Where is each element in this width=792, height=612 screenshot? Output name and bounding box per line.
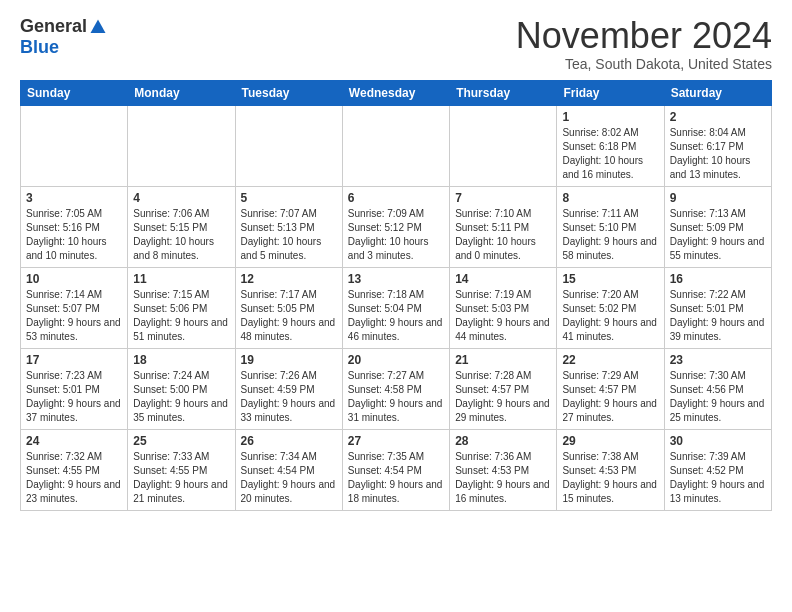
- day-info: Sunrise: 7:14 AM Sunset: 5:07 PM Dayligh…: [26, 288, 122, 344]
- location: Tea, South Dakota, United States: [516, 56, 772, 72]
- calendar-cell: 25Sunrise: 7:33 AM Sunset: 4:55 PM Dayli…: [128, 429, 235, 510]
- calendar-week-row: 10Sunrise: 7:14 AM Sunset: 5:07 PM Dayli…: [21, 267, 772, 348]
- calendar-cell: 17Sunrise: 7:23 AM Sunset: 5:01 PM Dayli…: [21, 348, 128, 429]
- calendar-cell: 4Sunrise: 7:06 AM Sunset: 5:15 PM Daylig…: [128, 186, 235, 267]
- day-number: 8: [562, 191, 658, 205]
- calendar-cell: 18Sunrise: 7:24 AM Sunset: 5:00 PM Dayli…: [128, 348, 235, 429]
- calendar-cell: [128, 105, 235, 186]
- day-info: Sunrise: 7:38 AM Sunset: 4:53 PM Dayligh…: [562, 450, 658, 506]
- calendar-cell: 9Sunrise: 7:13 AM Sunset: 5:09 PM Daylig…: [664, 186, 771, 267]
- day-info: Sunrise: 7:39 AM Sunset: 4:52 PM Dayligh…: [670, 450, 766, 506]
- day-info: Sunrise: 7:17 AM Sunset: 5:05 PM Dayligh…: [241, 288, 337, 344]
- calendar-cell: 30Sunrise: 7:39 AM Sunset: 4:52 PM Dayli…: [664, 429, 771, 510]
- calendar-cell: [21, 105, 128, 186]
- day-number: 4: [133, 191, 229, 205]
- day-number: 13: [348, 272, 444, 286]
- day-info: Sunrise: 7:07 AM Sunset: 5:13 PM Dayligh…: [241, 207, 337, 263]
- calendar-cell: 15Sunrise: 7:20 AM Sunset: 5:02 PM Dayli…: [557, 267, 664, 348]
- day-info: Sunrise: 7:22 AM Sunset: 5:01 PM Dayligh…: [670, 288, 766, 344]
- day-info: Sunrise: 7:27 AM Sunset: 4:58 PM Dayligh…: [348, 369, 444, 425]
- calendar-week-row: 24Sunrise: 7:32 AM Sunset: 4:55 PM Dayli…: [21, 429, 772, 510]
- logo: General Blue: [20, 16, 107, 58]
- day-info: Sunrise: 7:18 AM Sunset: 5:04 PM Dayligh…: [348, 288, 444, 344]
- day-info: Sunrise: 7:29 AM Sunset: 4:57 PM Dayligh…: [562, 369, 658, 425]
- calendar-cell: 14Sunrise: 7:19 AM Sunset: 5:03 PM Dayli…: [450, 267, 557, 348]
- calendar-cell: 10Sunrise: 7:14 AM Sunset: 5:07 PM Dayli…: [21, 267, 128, 348]
- day-info: Sunrise: 7:35 AM Sunset: 4:54 PM Dayligh…: [348, 450, 444, 506]
- month-title: November 2024: [516, 16, 772, 56]
- calendar-cell: [235, 105, 342, 186]
- day-info: Sunrise: 7:24 AM Sunset: 5:00 PM Dayligh…: [133, 369, 229, 425]
- day-number: 6: [348, 191, 444, 205]
- day-number: 20: [348, 353, 444, 367]
- calendar-weekday-thursday: Thursday: [450, 80, 557, 105]
- day-number: 30: [670, 434, 766, 448]
- day-number: 28: [455, 434, 551, 448]
- calendar-cell: 19Sunrise: 7:26 AM Sunset: 4:59 PM Dayli…: [235, 348, 342, 429]
- calendar-cell: 5Sunrise: 7:07 AM Sunset: 5:13 PM Daylig…: [235, 186, 342, 267]
- logo-general-text: General: [20, 16, 87, 37]
- day-number: 15: [562, 272, 658, 286]
- logo-icon: [89, 18, 107, 36]
- day-info: Sunrise: 7:28 AM Sunset: 4:57 PM Dayligh…: [455, 369, 551, 425]
- day-number: 21: [455, 353, 551, 367]
- day-number: 27: [348, 434, 444, 448]
- calendar-cell: 2Sunrise: 8:04 AM Sunset: 6:17 PM Daylig…: [664, 105, 771, 186]
- calendar-week-row: 1Sunrise: 8:02 AM Sunset: 6:18 PM Daylig…: [21, 105, 772, 186]
- day-info: Sunrise: 7:23 AM Sunset: 5:01 PM Dayligh…: [26, 369, 122, 425]
- day-number: 7: [455, 191, 551, 205]
- calendar-cell: 20Sunrise: 7:27 AM Sunset: 4:58 PM Dayli…: [342, 348, 449, 429]
- day-info: Sunrise: 7:11 AM Sunset: 5:10 PM Dayligh…: [562, 207, 658, 263]
- calendar-cell: 29Sunrise: 7:38 AM Sunset: 4:53 PM Dayli…: [557, 429, 664, 510]
- day-number: 12: [241, 272, 337, 286]
- day-info: Sunrise: 7:09 AM Sunset: 5:12 PM Dayligh…: [348, 207, 444, 263]
- day-number: 25: [133, 434, 229, 448]
- calendar-cell: 7Sunrise: 7:10 AM Sunset: 5:11 PM Daylig…: [450, 186, 557, 267]
- calendar-weekday-friday: Friday: [557, 80, 664, 105]
- day-number: 2: [670, 110, 766, 124]
- calendar-cell: 28Sunrise: 7:36 AM Sunset: 4:53 PM Dayli…: [450, 429, 557, 510]
- calendar-cell: 27Sunrise: 7:35 AM Sunset: 4:54 PM Dayli…: [342, 429, 449, 510]
- day-info: Sunrise: 7:05 AM Sunset: 5:16 PM Dayligh…: [26, 207, 122, 263]
- calendar-week-row: 17Sunrise: 7:23 AM Sunset: 5:01 PM Dayli…: [21, 348, 772, 429]
- logo-blue-text: Blue: [20, 37, 59, 58]
- day-number: 5: [241, 191, 337, 205]
- calendar-cell: 13Sunrise: 7:18 AM Sunset: 5:04 PM Dayli…: [342, 267, 449, 348]
- calendar-cell: 11Sunrise: 7:15 AM Sunset: 5:06 PM Dayli…: [128, 267, 235, 348]
- svg-marker-0: [91, 19, 106, 33]
- day-info: Sunrise: 7:19 AM Sunset: 5:03 PM Dayligh…: [455, 288, 551, 344]
- day-number: 22: [562, 353, 658, 367]
- calendar-weekday-tuesday: Tuesday: [235, 80, 342, 105]
- logo-text: General: [20, 16, 107, 37]
- day-number: 14: [455, 272, 551, 286]
- day-info: Sunrise: 7:32 AM Sunset: 4:55 PM Dayligh…: [26, 450, 122, 506]
- calendar-header-row: SundayMondayTuesdayWednesdayThursdayFrid…: [21, 80, 772, 105]
- day-number: 18: [133, 353, 229, 367]
- calendar-cell: 23Sunrise: 7:30 AM Sunset: 4:56 PM Dayli…: [664, 348, 771, 429]
- day-info: Sunrise: 7:34 AM Sunset: 4:54 PM Dayligh…: [241, 450, 337, 506]
- day-number: 26: [241, 434, 337, 448]
- day-number: 29: [562, 434, 658, 448]
- calendar-cell: 12Sunrise: 7:17 AM Sunset: 5:05 PM Dayli…: [235, 267, 342, 348]
- day-info: Sunrise: 7:26 AM Sunset: 4:59 PM Dayligh…: [241, 369, 337, 425]
- day-number: 11: [133, 272, 229, 286]
- calendar-cell: 1Sunrise: 8:02 AM Sunset: 6:18 PM Daylig…: [557, 105, 664, 186]
- day-number: 23: [670, 353, 766, 367]
- calendar-cell: 22Sunrise: 7:29 AM Sunset: 4:57 PM Dayli…: [557, 348, 664, 429]
- calendar-cell: 6Sunrise: 7:09 AM Sunset: 5:12 PM Daylig…: [342, 186, 449, 267]
- day-info: Sunrise: 7:20 AM Sunset: 5:02 PM Dayligh…: [562, 288, 658, 344]
- day-number: 10: [26, 272, 122, 286]
- day-info: Sunrise: 7:10 AM Sunset: 5:11 PM Dayligh…: [455, 207, 551, 263]
- day-number: 17: [26, 353, 122, 367]
- header: General Blue November 2024 Tea, South Da…: [20, 16, 772, 72]
- calendar-cell: 8Sunrise: 7:11 AM Sunset: 5:10 PM Daylig…: [557, 186, 664, 267]
- calendar-cell: 16Sunrise: 7:22 AM Sunset: 5:01 PM Dayli…: [664, 267, 771, 348]
- day-number: 24: [26, 434, 122, 448]
- title-section: November 2024 Tea, South Dakota, United …: [516, 16, 772, 72]
- calendar-cell: 3Sunrise: 7:05 AM Sunset: 5:16 PM Daylig…: [21, 186, 128, 267]
- calendar-cell: 21Sunrise: 7:28 AM Sunset: 4:57 PM Dayli…: [450, 348, 557, 429]
- calendar-table: SundayMondayTuesdayWednesdayThursdayFrid…: [20, 80, 772, 511]
- day-number: 9: [670, 191, 766, 205]
- day-info: Sunrise: 7:13 AM Sunset: 5:09 PM Dayligh…: [670, 207, 766, 263]
- day-info: Sunrise: 8:02 AM Sunset: 6:18 PM Dayligh…: [562, 126, 658, 182]
